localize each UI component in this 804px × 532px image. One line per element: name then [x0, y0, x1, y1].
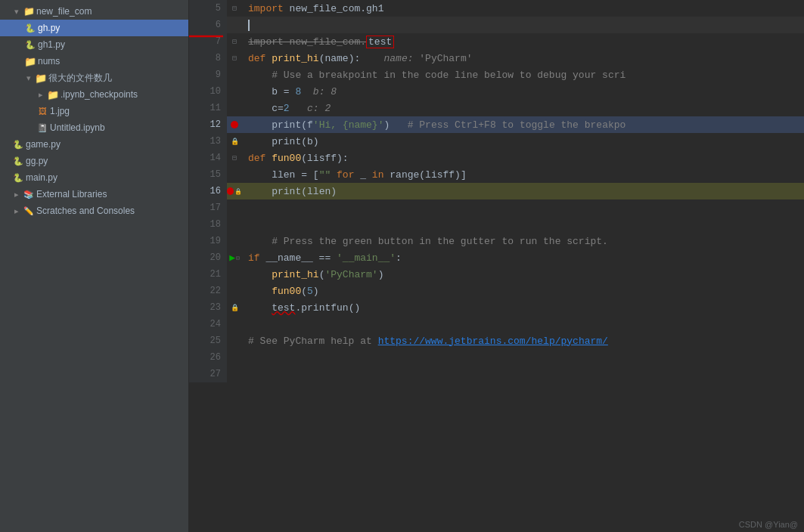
scratch-icon: ✏️ — [23, 205, 35, 217]
code-content-10: b = 8 b: 8 — [242, 83, 804, 100]
gutter-25 — [227, 332, 242, 349]
sidebar-item-scratches[interactable]: ✏️ Scratches and Consoles — [0, 203, 188, 219]
sidebar-item-nums[interactable]: 📁 nums — [0, 53, 188, 70]
gutter-23: 🔒 — [227, 299, 242, 316]
line-number-13: 13 — [189, 133, 227, 150]
line-number-9: 9 — [189, 66, 227, 83]
code-line-8: 8 ⊟ def print_hi(name): name: 'PyCharm' — [189, 50, 804, 66]
code-content-19: # Press the green button in the gutter t… — [242, 233, 804, 249]
gutter-7: ⊟ — [227, 33, 242, 50]
sidebar-item-ext-lib[interactable]: 📚 External Libraries — [0, 186, 188, 203]
code-line-24: 24 — [189, 316, 804, 332]
sidebar-item-root[interactable]: 📁 new_file_com — [0, 3, 188, 20]
sidebar-item-label: gh1.py — [38, 39, 65, 50]
folder-icon: 📁 — [23, 5, 35, 17]
sidebar-item-label: External Libraries — [36, 189, 107, 200]
code-line-7: 7 ⊟ import new_file_com.test — [189, 33, 804, 50]
sidebar-item-gh1-py[interactable]: 🐍 gh1.py — [0, 36, 188, 53]
gutter-21 — [227, 266, 242, 283]
code-line-16: 16 🔒 print(llen) — [189, 183, 804, 200]
line-number-24: 24 — [189, 316, 227, 332]
sidebar-item-1jpg[interactable]: 🖼 1.jpg — [0, 103, 188, 119]
code-content-5: import new_file_com.gh1 — [242, 0, 804, 17]
code-content-9: # Use a breakpoint in the code line belo… — [242, 66, 804, 83]
code-line-15: 15 llen = ["" for _ in range(lisff)] — [189, 166, 804, 183]
fold-icon: 🔒 — [231, 138, 239, 146]
folder-icon: 📁 — [24, 55, 36, 67]
code-line-13: 13 🔒 print(b) — [189, 133, 804, 150]
gutter-9 — [227, 66, 242, 83]
code-line-17: 17 — [189, 200, 804, 216]
arrow-icon — [24, 73, 33, 82]
code-content-17 — [242, 200, 804, 216]
code-line-11: 11 c=2 c: 2 — [189, 100, 804, 116]
gutter-6 — [227, 17, 242, 33]
code-content-20: if __name__ == '__main__': — [242, 249, 804, 266]
sidebar-item-main-py[interactable]: 🐍 main.py — [0, 169, 188, 186]
fold-icon: ⊟ — [232, 54, 237, 63]
py-icon: 🐍 — [12, 172, 24, 184]
sidebar-item-ipynb[interactable]: 📁 .ipynb_checkpoints — [0, 86, 188, 103]
fold-icon: ⊟ — [232, 37, 237, 46]
line-number-26: 26 — [189, 349, 227, 366]
gutter-8: ⊟ — [227, 50, 242, 66]
sidebar-item-label: gh.py — [38, 23, 60, 33]
sidebar-item-label: .ipynb_checkpoints — [61, 89, 138, 100]
line-number-17: 17 — [189, 200, 227, 216]
line-number-15: 15 — [189, 166, 227, 183]
breakpoint-icon — [231, 121, 238, 128]
sidebar-item-label: new_file_com — [36, 6, 92, 17]
py-icon: 🐍 — [12, 155, 24, 167]
line-number-25: 25 — [189, 332, 227, 349]
code-line-5: 5 ⊟ import new_file_com.gh1 — [189, 0, 804, 17]
line-container: 5 ⊟ import new_file_com.gh1 6 — [189, 0, 804, 532]
code-content-23: test.printfun() — [242, 299, 804, 316]
line-number-12: 12 — [189, 116, 227, 133]
breakpoint-icon — [227, 187, 234, 195]
code-line-21: 21 print_hi('PyCharm') — [189, 266, 804, 283]
line-number-8: 8 — [189, 50, 227, 66]
code-content-6 — [242, 17, 804, 33]
line-number-19: 19 — [189, 233, 227, 249]
line-number-21: 21 — [189, 266, 227, 283]
py-icon: 🐍 — [24, 22, 36, 34]
gutter-13: 🔒 — [227, 133, 242, 150]
line-number-11: 11 — [189, 100, 227, 116]
sidebar-item-notebook[interactable]: 📓 Untitled.ipynb — [0, 119, 188, 136]
py-icon: 🐍 — [12, 138, 24, 150]
sidebar-item-game-py[interactable]: 🐍 game.py — [0, 136, 188, 153]
sidebar-item-label: 1.jpg — [50, 106, 70, 116]
code-line-25: 25 # See PyCharm help at https://www.jet… — [189, 332, 804, 349]
gutter-17 — [227, 200, 242, 216]
line-number-14: 14 — [189, 150, 227, 166]
gutter-12 — [227, 116, 242, 133]
arrow-icon — [36, 90, 45, 99]
code-line-9: 9 # Use a breakpoint in the code line be… — [189, 66, 804, 83]
gutter-27 — [227, 366, 242, 382]
gutter-18 — [227, 216, 242, 233]
arrow-icon — [12, 190, 21, 199]
code-line-23: 23 🔒 test.printfun() — [189, 299, 804, 316]
sidebar-item-gg-py[interactable]: 🐍 gg.py — [0, 153, 188, 169]
fold-icon: 🔒 — [234, 188, 242, 195]
code-line-20: 20 ▶ ⊟ if __name__ == '__main__': — [189, 249, 804, 266]
code-content-25: # See PyCharm help at https://www.jetbra… — [242, 332, 804, 349]
line-number-23: 23 — [189, 299, 227, 316]
line-number-5: 5 — [189, 0, 227, 17]
sidebar-item-label: Scratches and Consoles — [36, 206, 135, 216]
code-line-27: 27 — [189, 366, 804, 382]
line-number-27: 27 — [189, 366, 227, 382]
line-number-16: 16 — [189, 183, 227, 200]
code-content-7: import new_file_com.test — [242, 33, 804, 50]
code-content-26 — [242, 349, 804, 366]
lib-icon: 📚 — [23, 188, 35, 200]
sidebar-item-chinese-folder[interactable]: 📁 很大的文件数几 — [0, 70, 188, 86]
nb-icon: 📓 — [36, 122, 48, 134]
code-content-14: def fun00(lisff): — [242, 150, 804, 166]
sidebar-item-gh-py[interactable]: 🐍 gh.py — [0, 20, 188, 36]
gutter-10 — [227, 83, 242, 100]
folder-icon: 📁 — [47, 88, 59, 101]
gutter-14: ⊟ — [227, 150, 242, 166]
code-content-24 — [242, 316, 804, 332]
gutter-11 — [227, 100, 242, 116]
